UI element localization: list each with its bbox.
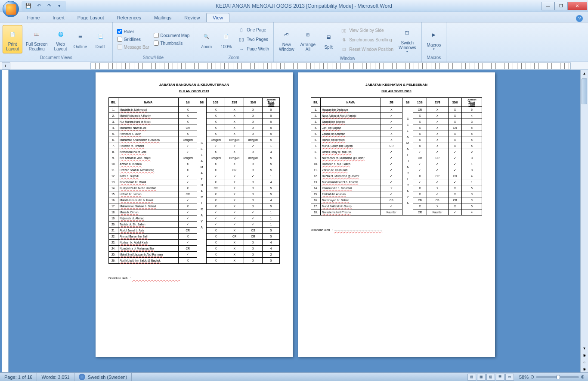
- view-web-icon[interactable]: ▧: [486, 374, 495, 381]
- view-outline-icon[interactable]: ☰: [496, 374, 504, 381]
- zoom-controls: ▤ ▦ ▧ ☰ ▭ 58% ⊖ ⊕: [464, 374, 588, 381]
- attendance-table-1: BILNAMA2/89/816/823/830/8JumlahTidakHadi…: [108, 97, 280, 264]
- word-count[interactable]: Words: 3,051: [37, 373, 74, 381]
- ribbon-tabs: Home Insert Page Layout References Maili…: [0, 12, 588, 22]
- tab-view[interactable]: View: [206, 13, 229, 22]
- print-layout-button[interactable]: 📄Print Layout: [3, 25, 22, 53]
- scroll-up-icon[interactable]: ▲: [581, 70, 588, 77]
- next-page-icon[interactable]: ◉: [581, 365, 588, 372]
- gridlines-checkbox[interactable]: Gridlines: [115, 36, 151, 43]
- undo-icon[interactable]: ↶: [35, 3, 42, 9]
- help-icon[interactable]: ?: [576, 15, 583, 22]
- zoom-slider[interactable]: [536, 376, 579, 378]
- group-label: Zoom: [197, 54, 271, 60]
- page-2[interactable]: JABATAN KESIHATAN & PELESENAN BULAN OGOS…: [298, 72, 495, 357]
- redo-icon[interactable]: ↷: [46, 3, 53, 9]
- outline-button[interactable]: ☰Outline: [71, 28, 90, 51]
- one-page-icon: ▯: [238, 26, 245, 33]
- ruler-checkbox[interactable]: Ruler: [115, 28, 151, 35]
- vertical-scrollbar[interactable]: ▲ ▼ ◉ ○ ◉: [580, 70, 588, 372]
- web-layout-icon: 🌐: [54, 27, 68, 41]
- vertical-ruler[interactable]: [2, 70, 9, 372]
- reset-icon: ⊡: [340, 46, 347, 53]
- titlebar: 💾 ↶ ↷ ▾ KEDATANGAN MENGAJI OGOS 2013 [Co…: [0, 0, 588, 12]
- new-window-icon: 🗗: [280, 28, 294, 41]
- ruler-bar: L: [0, 62, 588, 70]
- fullscreen-icon: 📖: [30, 27, 43, 41]
- save-icon[interactable]: 💾: [25, 3, 32, 9]
- page-title: JABATAN BANGUNAN & KEJURUTERAAN: [108, 83, 280, 87]
- zoom-icon: 🔍: [199, 30, 213, 44]
- tab-pagelayout[interactable]: Page Layout: [71, 13, 111, 22]
- group-label: Macros: [424, 54, 444, 60]
- one-page-button[interactable]: ▯One Page: [236, 25, 271, 34]
- scroll-down-icon[interactable]: ▼: [581, 345, 588, 352]
- close-button[interactable]: ✕: [567, 2, 587, 10]
- page-1[interactable]: JABATAN BANGUNAN & KEJURUTERAAN BULAN OG…: [96, 72, 293, 357]
- window-controls: — ❐ ✕: [542, 2, 587, 10]
- restore-button[interactable]: ❐: [554, 2, 567, 10]
- prev-page-icon[interactable]: ◉: [581, 352, 588, 359]
- arrange-all-button[interactable]: ⊞Arrange All: [298, 26, 319, 53]
- draft-icon: 📃: [93, 30, 107, 44]
- page-width-button[interactable]: ↔Page Width: [236, 44, 271, 53]
- horizontal-ruler[interactable]: [90, 62, 571, 69]
- zoom-out-button[interactable]: ⊖: [530, 374, 534, 380]
- split-icon: ⬓: [322, 30, 335, 44]
- zoom-button[interactable]: 🔍Zoom: [197, 28, 216, 51]
- minimize-button[interactable]: —: [542, 2, 554, 10]
- view-draft-icon[interactable]: ▭: [505, 374, 514, 381]
- tab-review[interactable]: Review: [178, 13, 206, 22]
- group-label: Window: [276, 55, 419, 61]
- page-subtitle: BULAN OGOS 2013: [311, 89, 482, 93]
- web-layout-button[interactable]: 🌐Web Layout: [51, 25, 70, 53]
- macros-button[interactable]: ▶Macros▾: [424, 26, 444, 53]
- tab-mailings[interactable]: Mailings: [148, 13, 178, 22]
- print-layout-icon: 📄: [6, 27, 19, 41]
- outline-icon: ☰: [74, 30, 87, 44]
- sbs-icon: ▯▯: [340, 27, 347, 34]
- docmap-checkbox[interactable]: Document Map: [152, 32, 192, 39]
- sync-scroll-button: ⇅Synchronous Scrolling: [339, 35, 395, 44]
- zoom-in-button[interactable]: ⊕: [581, 374, 585, 380]
- scroll-thumb[interactable]: [582, 78, 587, 104]
- messagebar-checkbox: Message Bar: [115, 44, 151, 50]
- tab-insert[interactable]: Insert: [46, 13, 71, 22]
- group-zoom: 🔍Zoom 📄100% ▯One Page ▯▯Two Pages ↔Page …: [194, 22, 274, 62]
- signature-line: Disahkan oleh : …………………………………………: [108, 277, 280, 280]
- zoom-100-icon: 📄: [219, 30, 233, 44]
- new-window-button[interactable]: 🗗New Window: [276, 26, 297, 53]
- browse-object-icon[interactable]: ○: [581, 359, 588, 365]
- zoom-100-button[interactable]: 📄100%: [217, 28, 235, 51]
- switch-windows-button[interactable]: 🗔Switch Windows▾: [396, 24, 419, 55]
- two-pages-button[interactable]: ▯▯Two Pages: [236, 35, 271, 44]
- tab-home[interactable]: Home: [21, 13, 46, 22]
- tab-references[interactable]: References: [111, 13, 148, 22]
- view-print-icon[interactable]: ▤: [467, 374, 476, 381]
- two-pages-icon: ▯▯: [238, 36, 245, 43]
- ruler-toggle-button[interactable]: L: [2, 62, 10, 69]
- language-status[interactable]: Swedish (Sweden): [74, 373, 132, 381]
- switch-icon: 🗔: [400, 26, 414, 40]
- language-icon: [79, 374, 85, 380]
- view-full-icon[interactable]: ▦: [477, 374, 486, 381]
- group-window: 🗗New Window ⊞Arrange All ⬓Split ▯▯View S…: [274, 22, 422, 62]
- zoom-slider-thumb[interactable]: [557, 375, 560, 379]
- thumbnails-checkbox[interactable]: Thumbnails: [152, 40, 192, 47]
- group-macros: ▶Macros▾ Macros: [422, 22, 447, 62]
- macros-icon: ▶: [427, 28, 441, 42]
- page-title: JABATAN KESIHATAN & PELESENAN: [311, 83, 482, 87]
- sync-icon: ⇅: [340, 36, 347, 43]
- page-width-icon: ↔: [238, 45, 245, 52]
- group-document-views: 📄Print Layout 📖Full Screen Reading 🌐Web …: [0, 22, 113, 62]
- page-subtitle: BULAN OGOS 2013: [108, 89, 280, 93]
- split-button[interactable]: ⬓Split: [319, 28, 338, 51]
- page-status[interactable]: Page: 1 of 16: [0, 373, 37, 381]
- zoom-level[interactable]: 58%: [519, 375, 529, 380]
- document-area: JABATAN BANGUNAN & KEJURUTERAAN BULAN OG…: [0, 70, 588, 372]
- draft-button[interactable]: 📃Draft: [91, 28, 110, 51]
- office-button[interactable]: [3, 1, 19, 17]
- full-screen-button[interactable]: 📖Full Screen Reading: [23, 25, 50, 53]
- group-label: Show/Hide: [115, 54, 192, 60]
- qat-dropdown-icon[interactable]: ▾: [56, 3, 63, 9]
